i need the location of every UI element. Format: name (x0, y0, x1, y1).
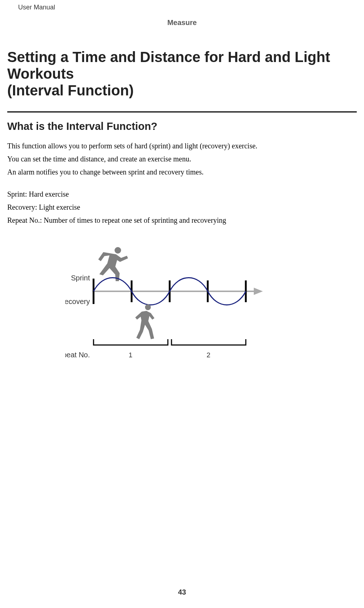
repeat-num-1: 1 (129, 351, 133, 359)
sprint-label: Sprint (71, 274, 90, 282)
repeat-num-2: 2 (207, 351, 211, 359)
body-paragraph: Repeat No.: Number of times to repeat on… (7, 215, 357, 226)
interval-diagram: Sprint Recovery Repeat No. 1 2 (65, 244, 290, 369)
repeat-no-label: Repeat No. (65, 351, 90, 359)
doc-type-label: User Manual (18, 4, 357, 11)
body-paragraph: Recovery: Light exercise (7, 202, 357, 213)
body-paragraph: This function allows you to perform sets… (7, 140, 357, 152)
title-line-2: (Interval Function) (7, 82, 134, 98)
svg-marker-1 (254, 288, 263, 295)
page-title: Setting a Time and Distance for Hard and… (7, 49, 357, 99)
body-paragraph: An alarm notifies you to change between … (7, 167, 357, 178)
title-line-1: Setting a Time and Distance for Hard and… (7, 49, 330, 82)
page-number: 43 (0, 588, 364, 596)
body-paragraph: You can set the time and distance, and c… (7, 153, 357, 165)
body-paragraph: Sprint: Hard exercise (7, 189, 357, 200)
divider (7, 111, 357, 112)
section-label: Measure (7, 19, 357, 27)
recovery-label: Recovery (65, 297, 90, 305)
sub-heading: What is the Interval Function? (7, 120, 357, 132)
